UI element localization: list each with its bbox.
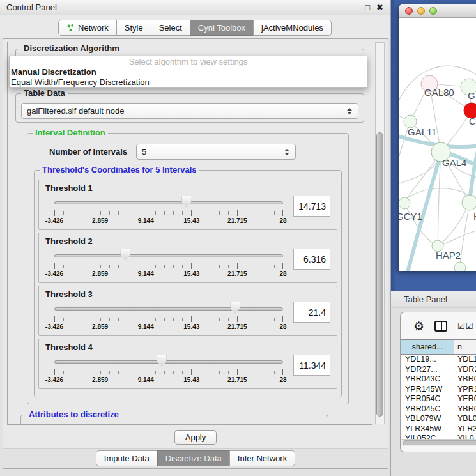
stepper-icon [284, 149, 290, 155]
slider-track[interactable] [54, 360, 283, 364]
columns-icon[interactable] [434, 321, 447, 332]
cyni-toolbox-body: Discretization Algorithm Table Data galF… [3, 38, 388, 469]
num-intervals-combobox[interactable]: 5 [136, 144, 296, 160]
desktop-background: GAL80 G C GAL11 GAL4 GCY1 H HAP2 [391, 0, 476, 293]
threshold-label: Threshold 2 [45, 236, 330, 247]
minimize-window-icon[interactable] [417, 7, 425, 15]
threshold-slider[interactable]: -3.426 2.859 9.144 15.43 21.715 28 [54, 195, 283, 226]
table-row[interactable]: YBL079WYBL0 [401, 414, 476, 424]
option-equal-width-frequency[interactable]: Equal Width/Frequency Discretization [10, 77, 367, 88]
threshold-panel-3: Threshold 3 -3.426 2.859 [38, 286, 337, 336]
table-window: ⚙ ☑☑ shared... n YDL19...YDL1 YDR27...YD… [400, 312, 476, 452]
panel-scrollbar[interactable] [375, 42, 385, 424]
tab-label: Impute Data [104, 454, 150, 463]
checkbox-icon[interactable]: ☑ [466, 321, 474, 331]
tab-label: Discretize Data [165, 454, 222, 463]
table-row[interactable]: YBR043CYBR0 [401, 374, 476, 385]
node-gcy1[interactable] [399, 197, 410, 209]
table-body: YDL19...YDL1 YDR27...YDR2 YBR043CYBR0 YP… [401, 355, 476, 439]
threshold-label: Threshold 1 [45, 183, 330, 194]
group-title-attributes: Attributes to discretize [26, 410, 121, 419]
tab-style[interactable]: Style [116, 20, 151, 36]
node-gal11[interactable] [404, 115, 417, 128]
bottom-tab-bar: Impute Data Discretize Data Infer Networ… [3, 448, 388, 468]
popup-hint: Select algorithm to view settings [10, 57, 367, 67]
table-data-combobox[interactable]: galFiltered.sif default node [21, 103, 358, 119]
column-header-shared[interactable]: shared... [401, 340, 454, 355]
checkbox-icon[interactable]: ☑ [457, 321, 466, 331]
table-hscrollbar-thumb[interactable] [403, 440, 476, 445]
gear-icon[interactable]: ⚙ [413, 320, 424, 332]
table-row[interactable]: YDR27...YDR2 [401, 365, 476, 375]
threshold-slider[interactable]: -3.426 2.859 9.144 15.43 21.715 28 [54, 248, 283, 279]
table-row[interactable]: YDL19...YDL1 [401, 355, 476, 365]
combobox-value: 5 [142, 147, 284, 157]
tab-select[interactable]: Select [151, 20, 190, 36]
panel-scrollbar-thumb[interactable] [376, 132, 383, 417]
tab-network[interactable]: Network [58, 20, 117, 36]
slider-major-ticks [54, 369, 283, 375]
threshold-value-field[interactable] [293, 249, 330, 270]
slider-track[interactable] [54, 307, 283, 311]
apply-button[interactable]: Apply [174, 430, 217, 445]
control-panel-titlebar: Control Panel □ ✖ [0, 0, 390, 15]
tab-label: Cyni Toolbox [198, 23, 245, 33]
slider-thumb[interactable] [157, 355, 167, 367]
threshold-slider[interactable]: -3.426 2.859 9.144 15.43 21.715 28 [54, 301, 283, 332]
zoom-window-icon[interactable] [429, 7, 437, 15]
tab-group: Network Style Select Cyni Toolbox jActiv… [58, 20, 332, 36]
network-canvas[interactable]: GAL80 G C GAL11 GAL4 GCY1 H HAP2 [399, 18, 476, 271]
column-header-name[interactable]: n [454, 340, 476, 355]
table-row[interactable]: YPR145WYPR1 [401, 385, 476, 395]
table-hscrollbar[interactable] [401, 439, 476, 446]
threshold-panel-2: Threshold 2 -3.426 2.859 [38, 233, 337, 283]
tab-cyni-toolbox[interactable]: Cyni Toolbox [190, 20, 254, 36]
interval-definition-group: Interval Definition Number of Intervals … [27, 133, 349, 404]
threshold-value-field[interactable] [293, 302, 330, 323]
tab-infer-network[interactable]: Infer Network [229, 450, 295, 466]
slider-major-ticks [54, 316, 283, 322]
group-title-table-data: Table Data [21, 88, 68, 98]
close-panel-icon[interactable]: ✖ [376, 3, 383, 12]
number-of-intervals-row: Number of Intervals 5 [49, 144, 342, 160]
table-header-row: shared... n [401, 339, 476, 355]
tab-label: Style [125, 23, 143, 33]
slider-major-ticks [54, 263, 283, 269]
tab-impute-data[interactable]: Impute Data [96, 450, 158, 466]
slider-track[interactable] [54, 201, 283, 204]
threshold-panel-1: Threshold 1 -3.426 2.859 [38, 180, 337, 230]
table-row[interactable]: YBR045CYBR0 [401, 404, 476, 415]
tab-discretize-data[interactable]: Discretize Data [157, 450, 230, 466]
slider-tick-labels: -3.426 2.859 9.144 15.43 21.715 28 [54, 376, 283, 384]
table-row[interactable]: YLR345WYLR3 [401, 424, 476, 434]
float-panel-icon[interactable]: □ [365, 3, 370, 12]
close-window-icon[interactable] [405, 7, 413, 15]
table-panel: Table Panel ⚙ ☑☑ shared... n YDL19...YDL… [391, 291, 476, 476]
numerical-attributes-label: Numerical Attributes [29, 423, 320, 425]
apply-row: Apply [3, 427, 388, 447]
network-window-titlebar [399, 4, 476, 18]
slider-thumb[interactable] [181, 196, 191, 208]
table-row[interactable]: YER054CYER0 [401, 394, 476, 404]
threshold-panel-4: Threshold 4 -3.426 2.859 [38, 339, 337, 389]
node-label: GCY1 [399, 211, 422, 222]
tab-label: jActiveMNodules [261, 23, 323, 33]
select-all-icons[interactable]: ☑☑ [457, 321, 473, 331]
tab-label: Network [78, 23, 109, 33]
network-icon [66, 24, 75, 32]
threshold-value-field[interactable] [293, 196, 330, 217]
node-bottom[interactable] [454, 262, 466, 271]
slider-track[interactable] [54, 254, 283, 257]
top-tab-bar: Network Style Select Cyni Toolbox jActiv… [0, 15, 390, 38]
node-label: C [469, 116, 476, 127]
settings-scroll-area: Discretization Algorithm Table Data galF… [7, 42, 372, 425]
slider-thumb[interactable] [120, 249, 130, 261]
network-view-window: GAL80 G C GAL11 GAL4 GCY1 H HAP2 [399, 4, 476, 271]
slider-thumb[interactable] [230, 302, 240, 314]
node-h[interactable] [462, 195, 476, 210]
threshold-slider[interactable]: -3.426 2.859 9.144 15.43 21.715 28 [54, 354, 283, 385]
table-row[interactable]: YIL052CYIL0 [401, 434, 476, 439]
tab-jactivemnodules[interactable]: jActiveMNodules [253, 20, 332, 36]
option-manual-discretization[interactable]: Manual Discretization [10, 67, 367, 77]
threshold-value-field[interactable] [293, 355, 330, 376]
